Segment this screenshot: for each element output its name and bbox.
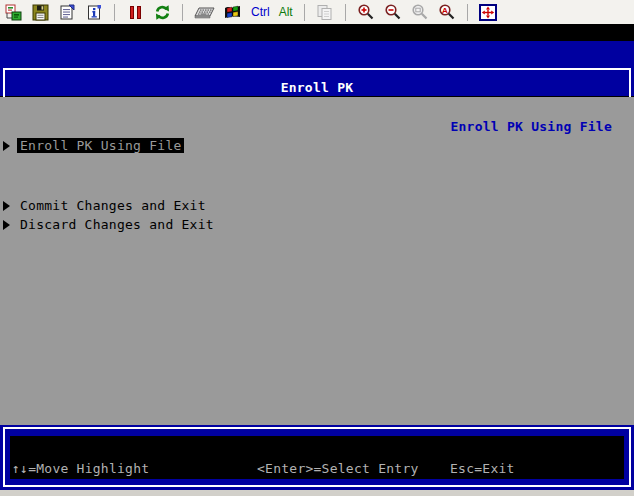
window-bottom-edge	[0, 490, 634, 496]
svg-text:A: A	[442, 6, 448, 15]
ctrl-alt-del-keyboard-icon[interactable]	[194, 3, 215, 21]
zoom-in-icon[interactable]	[357, 3, 375, 21]
zoom-100-icon	[411, 3, 429, 21]
menu-item-discard-changes[interactable]: Discard Changes and Exit	[20, 215, 214, 234]
menu-arrow-icon	[3, 220, 10, 230]
item-help-text: Enroll PK Using File	[450, 119, 612, 134]
menu-item-label: Enroll PK Using File	[17, 138, 184, 153]
menu-arrow-icon	[3, 201, 10, 211]
new-connection-icon[interactable]	[4, 3, 22, 21]
header-band: Enroll PK	[0, 41, 634, 96]
toolbar-separator	[114, 4, 115, 21]
page-title: Enroll PK	[281, 80, 354, 95]
fullscreen-icon[interactable]	[479, 3, 497, 21]
connection-options-icon[interactable]	[58, 3, 76, 21]
alt-key-toggle[interactable]: Alt	[279, 5, 293, 19]
connection-info-icon[interactable]	[85, 3, 103, 21]
save-session-icon[interactable]	[31, 3, 49, 21]
menu-arrow-icon	[3, 141, 10, 151]
key-help-move: ↑↓=Move Highlight	[12, 460, 149, 477]
copy-icon	[316, 3, 334, 21]
form-area: Enroll PK Using File Enroll PK Using Fil…	[0, 97, 634, 425]
key-help-select: <Enter>=Select Entry	[257, 460, 419, 477]
zoom-auto-icon[interactable]: A	[438, 3, 456, 21]
toolbar-separator	[467, 4, 468, 21]
key-help-esc: Esc=Exit	[450, 460, 515, 477]
pause-icon[interactable]	[126, 3, 144, 21]
vnc-viewer-window: Ctrl Alt	[0, 0, 634, 496]
viewer-toolbar: Ctrl Alt	[0, 0, 634, 24]
uefi-setup-screen: Enroll PK Enroll PK Using File Enroll PK…	[0, 24, 634, 490]
zoom-out-icon[interactable]	[384, 3, 402, 21]
refresh-icon[interactable]	[153, 3, 171, 21]
toolbar-separator	[304, 4, 305, 21]
menu-item-enroll-pk-using-file[interactable]: Enroll PK Using File	[17, 136, 184, 155]
toolbar-separator	[182, 4, 183, 21]
ctrl-key-toggle[interactable]: Ctrl	[251, 5, 270, 19]
windows-key-icon[interactable]	[224, 3, 242, 21]
menu-item-commit-changes[interactable]: Commit Changes and Exit	[20, 196, 206, 215]
toolbar-separator	[345, 4, 346, 21]
